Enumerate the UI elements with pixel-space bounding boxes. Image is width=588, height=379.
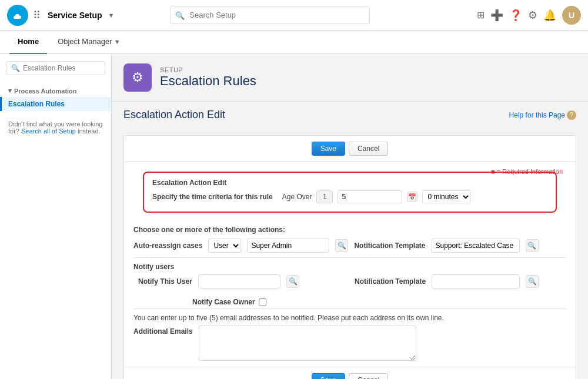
notification-template-label-1: Notification Template bbox=[354, 242, 425, 250]
cancel-button-bottom[interactable]: Cancel bbox=[349, 373, 388, 379]
grid-icon: ⠿ bbox=[33, 9, 41, 22]
actions-section: Choose one or more of the following acti… bbox=[124, 222, 576, 367]
page-title-row: Escalation Action Edit Help for this Pag… bbox=[112, 102, 588, 126]
cancel-button-top[interactable]: Cancel bbox=[349, 142, 388, 156]
criteria-row: Specify the time criteria for this rule … bbox=[152, 190, 547, 203]
page-header-setup-label: SETUP bbox=[160, 66, 256, 73]
search-bar: 🔍 bbox=[170, 6, 370, 24]
bell-icon[interactable]: 🔔 bbox=[543, 9, 556, 22]
section-chevron-icon: ▾ bbox=[8, 87, 12, 95]
sidebar-search-container: 🔍 bbox=[0, 61, 111, 82]
page-header-title: Escalation Rules bbox=[160, 73, 256, 89]
notify-this-user-lookup-btn[interactable]: 🔍 bbox=[286, 275, 299, 288]
actions-label: Choose one or more of the following acti… bbox=[133, 226, 566, 234]
app-chevron-icon[interactable]: ▼ bbox=[108, 12, 115, 19]
sidebar-section: ▾ Process Automation Escalation Rules bbox=[0, 82, 111, 113]
auto-reassign-value-input[interactable] bbox=[247, 239, 329, 253]
email-desc: You can enter up to five (5) email addre… bbox=[133, 314, 566, 322]
search-input[interactable] bbox=[170, 6, 370, 24]
additional-emails-textarea[interactable] bbox=[199, 326, 416, 361]
sidebar-help: Didn't find what you were looking for? S… bbox=[0, 113, 111, 142]
auto-reassign-row: Auto-reassign cases User 🔍 Notification … bbox=[133, 239, 566, 253]
notify-col-right: Notification Template 🔍 bbox=[355, 274, 566, 293]
page-header: ⚙ SETUP Escalation Rules bbox=[112, 54, 588, 102]
app-name: Service Setup bbox=[48, 11, 102, 20]
save-button-bottom[interactable]: Save bbox=[312, 373, 345, 379]
notification-template-row-2: Notification Template 🔍 bbox=[355, 274, 566, 289]
age-over-number: 1 bbox=[316, 190, 333, 203]
required-info: ■ = Required Information bbox=[491, 168, 563, 175]
object-manager-chevron: ▼ bbox=[114, 38, 121, 45]
top-nav: ⠿ Service Setup ▼ 🔍 ⊞ ➕ ❓ ⚙ 🔔 U bbox=[0, 0, 588, 31]
calendar-icon[interactable]: 📅 bbox=[407, 192, 417, 202]
auto-reassign-lookup-btn[interactable]: 🔍 bbox=[335, 239, 348, 252]
notification-template-input-1[interactable] bbox=[432, 239, 520, 253]
add-icon[interactable]: ➕ bbox=[490, 9, 503, 22]
settings-icon[interactable]: ⚙ bbox=[528, 9, 537, 22]
top-nav-actions: ⊞ ➕ ❓ ⚙ 🔔 U bbox=[477, 6, 581, 25]
additional-emails-section: You can enter up to five (5) email addre… bbox=[133, 308, 566, 361]
form-area: Save Cancel ■ = Required Information Esc… bbox=[123, 135, 576, 379]
notify-this-user-row: Notify This User 🔍 bbox=[133, 274, 345, 289]
help-question-icon: ? bbox=[567, 110, 576, 120]
auto-reassign-type-select[interactable]: User bbox=[208, 239, 241, 253]
setup-gear-icon: ⚙ bbox=[132, 70, 143, 85]
sidebar-item-escalation-rules[interactable]: Escalation Rules bbox=[0, 97, 111, 111]
auto-reassign-section: Auto-reassign cases User 🔍 Notification … bbox=[133, 239, 566, 253]
sidebar-section-title[interactable]: ▾ Process Automation bbox=[0, 85, 111, 97]
main-layout: 🔍 ▾ Process Automation Escalation Rules … bbox=[0, 54, 588, 379]
page-header-text: SETUP Escalation Rules bbox=[160, 66, 256, 89]
time-value-input[interactable] bbox=[338, 190, 402, 203]
sidebar: 🔍 ▾ Process Automation Escalation Rules … bbox=[0, 54, 112, 379]
notify-this-user-input[interactable] bbox=[198, 274, 280, 289]
form-top-buttons: Save Cancel bbox=[124, 136, 576, 162]
search-icon: 🔍 bbox=[175, 11, 185, 19]
notify-two-col: Notify This User 🔍 Notify Case Owner bbox=[133, 274, 566, 306]
salesforce-logo bbox=[7, 5, 28, 26]
additional-emails-label: Additional Emails bbox=[133, 326, 193, 336]
notify-this-user-label: Notify This User bbox=[133, 277, 192, 286]
time-unit-select[interactable]: 0 minutes bbox=[422, 190, 471, 203]
notification-lookup-btn-2[interactable]: 🔍 bbox=[526, 275, 539, 288]
avatar[interactable]: U bbox=[562, 6, 581, 25]
criteria-label: Specify the time criteria for this rule bbox=[152, 193, 273, 201]
auto-reassign-label: Auto-reassign cases bbox=[133, 242, 202, 250]
highlighted-section-title: Escalation Action Edit bbox=[152, 179, 547, 187]
view-icon[interactable]: ⊞ bbox=[477, 9, 485, 21]
notify-case-owner-label: Notify Case Owner bbox=[192, 298, 255, 306]
notify-case-owner-row: Notify Case Owner bbox=[192, 298, 345, 306]
notify-users-section: Notify users Notify This User 🔍 Notify C… bbox=[133, 257, 566, 306]
age-over-label: Age Over bbox=[282, 193, 312, 201]
email-row: Additional Emails bbox=[133, 326, 566, 361]
bottom-buttons: Save Cancel bbox=[124, 367, 576, 379]
sidebar-help-link[interactable]: Search all of Setup bbox=[21, 128, 76, 135]
page-header-icon: ⚙ bbox=[123, 63, 152, 92]
help-icon[interactable]: ❓ bbox=[509, 9, 522, 22]
highlighted-section: Escalation Action Edit Specify the time … bbox=[143, 172, 557, 213]
notification-template-input-2[interactable] bbox=[432, 274, 520, 289]
notification-lookup-btn-1[interactable]: 🔍 bbox=[526, 239, 539, 252]
notify-col-left: Notify This User 🔍 Notify Case Owner bbox=[133, 274, 345, 306]
notification-template-label-2: Notification Template bbox=[355, 277, 426, 286]
nav-item-object-manager[interactable]: Object Manager ▼ bbox=[49, 31, 128, 54]
save-button-top[interactable]: Save bbox=[312, 142, 345, 156]
sidebar-search-inner: 🔍 bbox=[6, 61, 105, 75]
sidebar-search-input[interactable] bbox=[23, 64, 100, 72]
sub-nav: Home Object Manager ▼ bbox=[0, 31, 588, 54]
sidebar-search-icon: 🔍 bbox=[11, 64, 20, 72]
page-title: Escalation Action Edit bbox=[123, 109, 225, 121]
help-link[interactable]: Help for this Page ? bbox=[509, 110, 576, 120]
content-area: ⚙ SETUP Escalation Rules Escalation Acti… bbox=[112, 54, 588, 379]
nav-item-home[interactable]: Home bbox=[9, 31, 47, 54]
notify-case-owner-checkbox[interactable] bbox=[259, 298, 266, 306]
notify-users-label: Notify users bbox=[133, 263, 566, 271]
